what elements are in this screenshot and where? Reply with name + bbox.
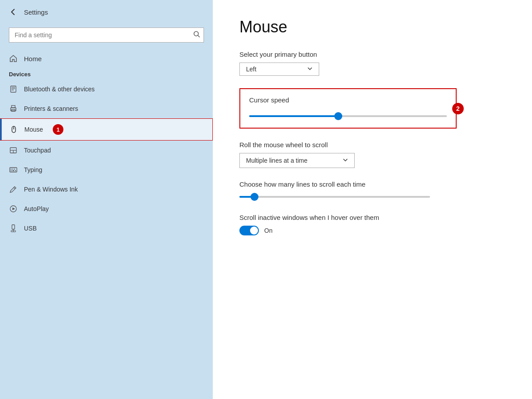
svg-rect-20 (12, 170, 14, 171)
sidebar-item-usb[interactable]: USB (0, 219, 213, 238)
search-box-container (9, 27, 204, 43)
scroll-inactive-section: Scroll inactive windows when I hover ove… (239, 214, 505, 235)
svg-rect-15 (10, 168, 17, 172)
sidebar-section-devices: Devices (0, 67, 213, 79)
sidebar-item-autoplay-label: AutoPlay (24, 205, 49, 212)
svg-rect-25 (12, 225, 15, 229)
svg-rect-16 (11, 169, 12, 170)
mouse-badge: 1 (53, 124, 63, 135)
sidebar-header: Settings (0, 0, 213, 24)
scroll-inactive-label: Scroll inactive windows when I hover ove… (239, 214, 505, 221)
toggle-knob (250, 227, 258, 235)
sidebar-item-bluetooth-label: Bluetooth & other devices (24, 86, 95, 93)
primary-button-dropdown[interactable]: Left (239, 63, 319, 76)
sidebar-item-printers-label: Printers & scanners (24, 105, 78, 112)
sidebar-item-home[interactable]: Home (0, 50, 213, 67)
svg-rect-7 (12, 106, 15, 108)
scroll-wheel-section: Roll the mouse wheel to scroll Multiple … (239, 141, 505, 168)
sidebar-item-printers[interactable]: Printers & scanners (0, 99, 213, 118)
primary-button-label: Select your primary button (239, 51, 505, 58)
main-content: Mouse Select your primary button Left Cu… (213, 0, 532, 399)
svg-rect-2 (11, 86, 16, 92)
cursor-speed-track (249, 115, 447, 117)
search-icon-button[interactable] (193, 31, 200, 39)
home-icon (9, 54, 18, 63)
scroll-wheel-value: Multiple lines at a time (246, 157, 308, 164)
svg-rect-19 (11, 170, 12, 171)
lines-scroll-thumb[interactable] (250, 193, 258, 201)
search-input[interactable] (9, 27, 204, 43)
bluetooth-icon (9, 85, 18, 94)
autoplay-icon (9, 204, 18, 213)
svg-line-22 (14, 188, 15, 189)
cursor-speed-fill (249, 115, 338, 117)
cursor-speed-slider-container (249, 112, 447, 121)
usb-icon (9, 224, 18, 233)
scroll-inactive-toggle[interactable] (239, 226, 259, 235)
svg-rect-8 (12, 110, 15, 111)
sidebar-item-bluetooth[interactable]: Bluetooth & other devices (0, 79, 213, 99)
sidebar-item-typing-label: Typing (24, 166, 42, 173)
svg-rect-17 (12, 169, 13, 170)
cursor-speed-section: Cursor speed 2 (239, 88, 457, 129)
typing-icon (9, 165, 18, 174)
page-title: Mouse (239, 18, 505, 36)
svg-rect-18 (14, 169, 15, 170)
sidebar-item-mouse-label: Mouse (24, 126, 43, 133)
svg-marker-24 (12, 207, 15, 210)
mouse-icon (9, 125, 18, 134)
sidebar-item-typing[interactable]: Typing (0, 160, 213, 180)
sidebar: Settings Home Devices Blu (0, 0, 213, 399)
sidebar-item-pen-label: Pen & Windows Ink (24, 186, 78, 193)
sidebar-item-mouse[interactable]: Mouse 1 (0, 118, 213, 141)
sidebar-item-usb-label: USB (24, 225, 37, 232)
scroll-inactive-value: On (264, 227, 273, 234)
svg-rect-21 (15, 170, 16, 171)
primary-button-section: Select your primary button Left (239, 51, 505, 76)
chevron-down-icon (307, 66, 313, 73)
primary-button-value: Left (246, 66, 256, 73)
svg-line-1 (198, 35, 200, 37)
chevron-down-icon-scroll (343, 157, 348, 164)
touchpad-icon (9, 146, 18, 155)
scroll-wheel-dropdown[interactable]: Multiple lines at a time (239, 153, 355, 168)
cursor-speed-badge: 2 (452, 103, 464, 114)
lines-scroll-section: Choose how many lines to scroll each tim… (239, 180, 505, 201)
printer-icon (9, 104, 18, 113)
scroll-wheel-label: Roll the mouse wheel to scroll (239, 141, 505, 149)
svg-point-11 (13, 128, 14, 129)
lines-scroll-label: Choose how many lines to scroll each tim… (239, 180, 505, 188)
sidebar-title: Settings (24, 8, 48, 16)
sidebar-item-autoplay[interactable]: AutoPlay (0, 199, 213, 219)
sidebar-item-touchpad-label: Touchpad (24, 147, 51, 154)
lines-scroll-slider-container (239, 192, 430, 201)
scroll-inactive-toggle-row: On (239, 226, 505, 235)
sidebar-item-pen[interactable]: Pen & Windows Ink (0, 180, 213, 199)
cursor-speed-label: Cursor speed (249, 96, 447, 104)
sidebar-item-touchpad[interactable]: Touchpad (0, 141, 213, 160)
home-label: Home (24, 55, 42, 63)
cursor-speed-thumb[interactable] (334, 112, 342, 120)
lines-scroll-track (239, 196, 430, 198)
pen-icon (9, 185, 18, 194)
back-button[interactable] (9, 8, 17, 16)
